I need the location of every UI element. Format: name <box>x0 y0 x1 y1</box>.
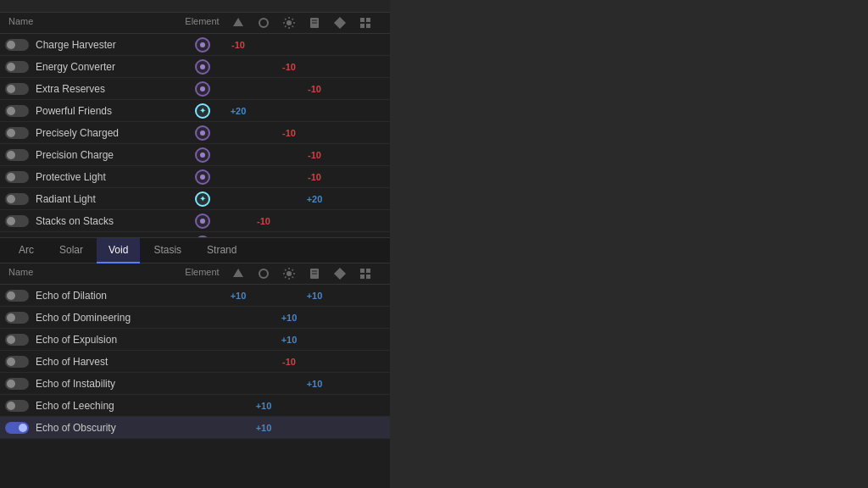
toggle-switch[interactable] <box>5 149 29 161</box>
tab-stasis[interactable]: Stasis <box>142 238 193 263</box>
table-row: Precision Charge -10 <box>0 144 390 166</box>
table-row: Stacks on Stacks -10 <box>0 210 390 232</box>
element-cell <box>179 81 225 97</box>
row-name: Radiant Light <box>36 193 96 205</box>
bottom-header-name: Name <box>5 267 179 280</box>
svg-rect-10 <box>366 24 370 28</box>
svg-rect-7 <box>360 18 364 22</box>
toggle-switch[interactable] <box>5 400 29 412</box>
void-element-icon <box>195 169 210 185</box>
row-name: Protective Light <box>36 171 106 183</box>
svg-rect-9 <box>360 24 364 28</box>
tabs-section: ArcSolarVoidStasisStrand <box>0 237 390 263</box>
svg-rect-19 <box>366 269 370 273</box>
element-cell <box>179 37 225 53</box>
element-cell <box>179 125 225 141</box>
top-table-header: Name Element <box>0 13 390 34</box>
row-name-cell: Charge Harvester <box>5 39 179 51</box>
table-row: Echo of Harvest -10 <box>0 351 390 373</box>
toggle-switch[interactable] <box>5 312 29 324</box>
row-name: Powerful Friends <box>36 105 112 117</box>
row-name-cell: Echo of Expulsion <box>5 334 179 346</box>
void-element-icon <box>195 37 210 53</box>
bottom-header-element: Element <box>179 267 225 280</box>
table-row: Echo of Expulsion +10 <box>0 329 390 351</box>
svg-point-13 <box>287 271 292 276</box>
row-name-cell: Echo of Dilation <box>5 290 179 302</box>
element-cell <box>179 169 225 185</box>
tab-void[interactable]: Void <box>97 238 140 263</box>
tab-solar[interactable]: Solar <box>47 238 95 263</box>
toggle-switch[interactable] <box>5 193 29 205</box>
header-element: Element <box>179 16 225 30</box>
toggle-switch[interactable] <box>5 127 29 139</box>
table-row: Echo of Obscurity +10 <box>0 417 390 439</box>
toggle-switch[interactable] <box>5 290 29 302</box>
table-row: Radiant Light ✦ +20 <box>0 188 390 210</box>
toggle-switch[interactable] <box>5 378 29 390</box>
bottom-header-col-6-icon <box>353 267 378 280</box>
table-row: Echo of Domineering +10 <box>0 307 390 329</box>
row-name-cell: Echo of Domineering <box>5 312 179 324</box>
row-name-cell: Precision Charge <box>5 149 179 161</box>
val-cell: -10 <box>302 84 327 94</box>
toggle-switch[interactable] <box>5 61 29 73</box>
void-element-icon <box>195 125 210 141</box>
toggle-switch[interactable] <box>5 215 29 227</box>
svg-marker-11 <box>233 269 243 277</box>
toggle-switch[interactable] <box>5 334 29 346</box>
svg-point-12 <box>259 269 268 278</box>
top-items-list: Charge Harvester -10 Energy Converter -1… <box>0 34 390 237</box>
svg-marker-6 <box>334 17 346 29</box>
row-name-cell: Echo of Instability <box>5 378 179 390</box>
svg-rect-8 <box>366 18 370 22</box>
row-name-cell: Echo of Leeching <box>5 400 179 412</box>
tab-arc[interactable]: Arc <box>7 238 46 263</box>
val-cell: +20 <box>225 106 251 116</box>
left-panel: Name Element Charge Harvester <box>0 0 390 488</box>
row-name: Echo of Dilation <box>36 290 107 302</box>
tab-strand[interactable]: Strand <box>195 238 248 263</box>
header-col-5-icon <box>327 16 353 30</box>
element-cell: ✦ <box>179 191 225 207</box>
table-row: Echo of Instability +10 <box>0 373 390 395</box>
val-cell: -10 <box>225 40 251 50</box>
table-row: Powerful Friends ✦ +20 <box>0 100 390 122</box>
val-cell: +10 <box>276 313 302 323</box>
header-col-3-icon <box>276 16 302 30</box>
arc-element-icon: ✦ <box>195 103 210 119</box>
row-name-cell: Echo of Obscurity <box>5 422 179 434</box>
toggle-switch[interactable] <box>5 105 29 117</box>
row-name: Echo of Harvest <box>36 356 108 368</box>
bottom-header-col-4-icon <box>302 267 327 280</box>
bottom-header-col-5-icon <box>327 267 353 280</box>
svg-point-1 <box>259 19 268 27</box>
void-element-icon <box>195 214 210 229</box>
right-panel <box>390 0 868 488</box>
element-cell <box>179 59 225 75</box>
table-row: Echo of Leeching +10 <box>0 395 390 417</box>
panel-title <box>0 0 390 13</box>
header-col-6-icon <box>353 16 378 30</box>
svg-point-2 <box>287 20 292 25</box>
val-cell: +10 <box>251 401 276 411</box>
row-name: Echo of Domineering <box>36 312 131 324</box>
element-cell <box>179 214 225 229</box>
toggle-switch[interactable] <box>5 422 29 434</box>
toggle-switch[interactable] <box>5 356 29 368</box>
void-element-icon <box>195 59 210 75</box>
arc-element-icon: ✦ <box>195 191 210 207</box>
row-name: Energy Converter <box>36 61 115 73</box>
row-name-cell: Protective Light <box>5 171 179 183</box>
val-cell: +20 <box>302 194 327 204</box>
toggle-switch[interactable] <box>5 171 29 183</box>
row-name: Echo of Expulsion <box>36 334 117 346</box>
toggle-switch[interactable] <box>5 83 29 95</box>
svg-rect-20 <box>360 274 364 279</box>
val-cell: -10 <box>302 172 327 182</box>
header-col-2-icon <box>251 16 276 30</box>
row-name: Charge Harvester <box>36 39 116 51</box>
bottom-header-col-1-icon <box>225 267 251 280</box>
table-row: Charge Harvester -10 <box>0 34 390 56</box>
toggle-switch[interactable] <box>5 39 29 51</box>
